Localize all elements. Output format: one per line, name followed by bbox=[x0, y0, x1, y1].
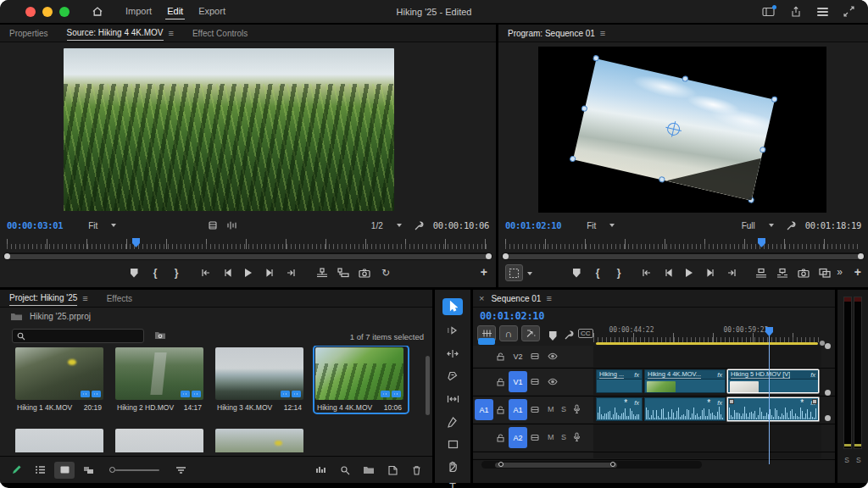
mark-in-button[interactable]: { bbox=[591, 265, 604, 280]
program-selected-clip[interactable] bbox=[573, 58, 775, 200]
drag-video-icon[interactable] bbox=[208, 220, 218, 230]
project-item[interactable] bbox=[15, 429, 107, 452]
tab-program[interactable]: Program: Sequence 01≡ bbox=[498, 25, 615, 42]
add-marker-button[interactable] bbox=[570, 265, 583, 280]
nav-edit[interactable]: Edit bbox=[165, 4, 185, 19]
comparison-view-icon[interactable] bbox=[818, 265, 832, 280]
panel-menu-icon[interactable]: ≡ bbox=[546, 293, 551, 303]
clip-thumbnail[interactable] bbox=[315, 347, 403, 400]
clip-name[interactable]: Hiking 2 HD.MOV bbox=[117, 403, 174, 412]
workspace-icon[interactable] bbox=[762, 7, 775, 17]
program-resolution-select[interactable]: Full bbox=[742, 221, 774, 230]
fullscreen-icon[interactable] bbox=[843, 6, 854, 17]
timeline-clip-video-1[interactable]: Hiking ...fx bbox=[596, 369, 643, 393]
timeline-vertical-scrollbar-cap[interactable] bbox=[825, 390, 831, 396]
timeline-horizontal-scrollbar[interactable] bbox=[481, 461, 702, 469]
solo-button[interactable]: S bbox=[561, 405, 566, 413]
step-back-button[interactable] bbox=[661, 265, 675, 280]
search-box[interactable] bbox=[12, 329, 144, 343]
timeline-clip-video-2[interactable]: Hiking 4 4K.MOV...fx bbox=[644, 369, 726, 393]
transform-handle[interactable] bbox=[569, 155, 576, 162]
step-forward-button[interactable] bbox=[704, 265, 717, 280]
track-a1-label[interactable]: A1 bbox=[509, 399, 527, 420]
writable-pencil-icon[interactable] bbox=[7, 463, 25, 478]
mark-out-button[interactable]: } bbox=[170, 265, 183, 280]
find-icon[interactable] bbox=[336, 463, 354, 478]
source-scrollbar[interactable] bbox=[3, 252, 492, 260]
source-timecode[interactable]: 00:00:03:01 bbox=[7, 220, 63, 230]
transform-mode-button[interactable] bbox=[505, 264, 523, 281]
program-ruler[interactable] bbox=[505, 238, 861, 249]
eye-icon[interactable] bbox=[548, 378, 558, 385]
audio-meter-left[interactable] bbox=[843, 297, 852, 449]
project-item[interactable]: Hiking 1 4K.MOV20:19 bbox=[15, 347, 107, 412]
tool-hand[interactable] bbox=[442, 458, 463, 474]
clip-thumbnail[interactable] bbox=[115, 347, 203, 400]
app-menu-icon[interactable] bbox=[817, 6, 828, 18]
tool-type[interactable]: T bbox=[442, 478, 463, 488]
tool-pen[interactable] bbox=[442, 413, 463, 430]
button-editor-plus[interactable]: + bbox=[854, 265, 861, 279]
transform-handle[interactable] bbox=[760, 146, 766, 152]
track-v2-label[interactable]: V2 bbox=[509, 348, 527, 364]
timeline-playhead-line[interactable] bbox=[769, 336, 770, 464]
clip-name[interactable]: Hiking 4 4K.MOV bbox=[317, 403, 372, 412]
settings-wrench-icon[interactable] bbox=[414, 220, 425, 231]
insert-button[interactable] bbox=[315, 265, 329, 280]
mark-in-button[interactable]: { bbox=[148, 265, 162, 280]
play-button[interactable] bbox=[682, 265, 696, 280]
mute-button[interactable]: M bbox=[548, 405, 554, 413]
tool-rectangle[interactable] bbox=[442, 435, 463, 452]
overwrite-button[interactable] bbox=[337, 265, 350, 280]
timeline-clip-video-3-selected[interactable]: Hiking 5 HD.MOV [V]fx bbox=[727, 369, 819, 393]
timeline-zoom-thumb[interactable] bbox=[478, 338, 495, 345]
go-to-out-button[interactable] bbox=[284, 265, 298, 280]
clip-name[interactable]: Hiking 3 4K.MOV bbox=[217, 403, 272, 412]
minimize-window-button[interactable] bbox=[42, 7, 53, 17]
track-a2-label[interactable]: A2 bbox=[509, 427, 527, 448]
sync-lock-icon[interactable] bbox=[531, 434, 539, 441]
play-button[interactable] bbox=[242, 265, 255, 280]
timeline-clip-audio-1[interactable]: *fx bbox=[596, 397, 643, 421]
mic-icon[interactable] bbox=[573, 404, 581, 414]
trash-icon[interactable] bbox=[407, 463, 426, 478]
tool-razor[interactable] bbox=[442, 368, 463, 385]
source-video-preview[interactable] bbox=[64, 48, 394, 211]
transform-handle[interactable] bbox=[593, 54, 599, 61]
share-icon[interactable] bbox=[790, 6, 802, 18]
timeline-clip-audio-3-selected[interactable]: *fx bbox=[727, 397, 819, 421]
more-buttons-chevrons[interactable]: » bbox=[837, 266, 843, 278]
track-v2-content[interactable] bbox=[593, 346, 821, 367]
sort-icon[interactable] bbox=[171, 463, 190, 478]
sync-lock-icon[interactable] bbox=[531, 378, 539, 385]
clip-thumbnail[interactable] bbox=[215, 347, 303, 400]
transform-handle[interactable] bbox=[659, 176, 665, 183]
work-area-bar[interactable] bbox=[596, 342, 818, 345]
timeline-vertical-scrollbar-cap[interactable] bbox=[825, 343, 831, 349]
solo-right-button[interactable]: S bbox=[856, 456, 861, 464]
step-back-button[interactable] bbox=[220, 265, 234, 280]
freeform-view-icon[interactable] bbox=[80, 463, 98, 478]
go-to-in-button[interactable] bbox=[199, 265, 213, 280]
solo-button[interactable]: S bbox=[561, 433, 566, 441]
list-view-icon[interactable] bbox=[31, 463, 49, 478]
timeline-vertical-scrollbar-cap[interactable] bbox=[825, 415, 831, 421]
home-icon[interactable] bbox=[92, 6, 103, 17]
project-item[interactable] bbox=[215, 429, 307, 452]
search-input[interactable] bbox=[30, 331, 139, 341]
program-timecode[interactable]: 00:01:02:10 bbox=[505, 220, 561, 230]
step-forward-button[interactable] bbox=[263, 265, 276, 280]
timeline-timecode[interactable]: 00:01:02:10 bbox=[480, 310, 544, 322]
lock-icon[interactable] bbox=[497, 434, 504, 442]
source-playhead[interactable] bbox=[132, 238, 140, 247]
go-to-in-button[interactable] bbox=[640, 265, 654, 280]
project-item[interactable]: Hiking 2 HD.MOV14:17 bbox=[115, 347, 207, 412]
program-zoom-select[interactable]: Fit bbox=[587, 221, 615, 230]
new-item-icon[interactable] bbox=[383, 463, 402, 478]
settings-wrench-icon[interactable] bbox=[786, 220, 797, 231]
clip-thumbnail[interactable] bbox=[15, 347, 103, 400]
tab-effects[interactable]: Effects bbox=[97, 290, 142, 307]
project-item[interactable]: Hiking 3 4K.MOV12:14 bbox=[215, 347, 307, 412]
lock-icon[interactable] bbox=[497, 378, 504, 386]
transform-handle[interactable] bbox=[771, 96, 777, 103]
